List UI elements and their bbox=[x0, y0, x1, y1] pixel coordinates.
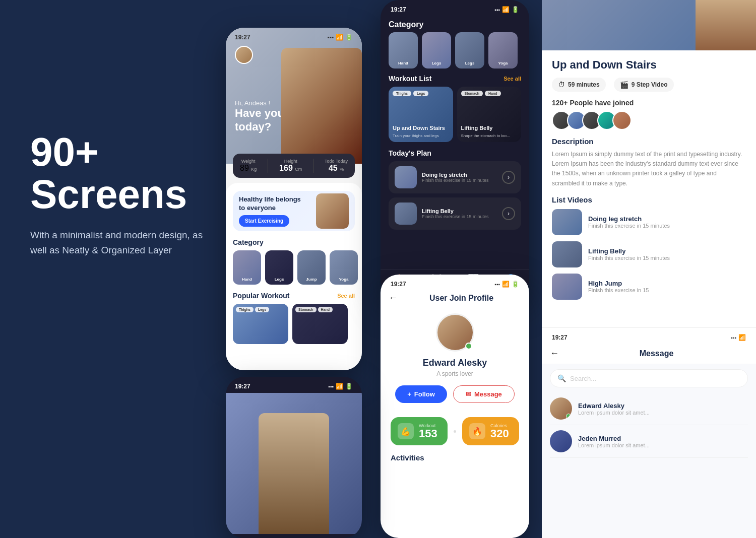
p2-category-title: Category bbox=[381, 16, 529, 32]
msg-back-button[interactable]: ← bbox=[550, 348, 559, 359]
rp-video-sub-2: Finish this exercise in 15 minutes bbox=[588, 255, 746, 261]
msg-signal-icon: ▪▪▪ bbox=[731, 335, 736, 341]
p2-cat-yoga-label: Yoga bbox=[498, 61, 508, 65]
plus-icon: + bbox=[407, 390, 411, 398]
p2-cat-legs[interactable]: Legs bbox=[422, 32, 451, 69]
rp-video-info-1: Doing leg stretch Finish this exercise i… bbox=[588, 215, 746, 229]
rp-desc-text: Lorem Ipsum is simply dummy text of the … bbox=[552, 150, 746, 188]
rp-video-name-2: Lifting Belly bbox=[588, 247, 746, 255]
msg-info-jeden: Jeden Murred Lorem ipsum dolor sit amet.… bbox=[578, 435, 748, 448]
p3-avatar-wrap bbox=[436, 313, 474, 352]
height-stat: Height 169 Cm bbox=[279, 159, 302, 173]
p2-cat-legs2[interactable]: Legs bbox=[455, 32, 484, 69]
p2-wcard-1[interactable]: Thighs Legs Up and Down Stairs Train you… bbox=[389, 87, 453, 142]
p2-cat-yoga[interactable]: Yoga bbox=[488, 32, 518, 69]
category-yoga-label: Yoga bbox=[339, 277, 349, 282]
p2-plan-text-1: Doing leg stretch Finish this exercise i… bbox=[422, 172, 497, 183]
sub-heading: With a minimalist and modern design, as … bbox=[30, 228, 222, 258]
p2-today-plan: Today's Plan Doing leg stretch Finish th… bbox=[381, 149, 529, 230]
workout-card-2[interactable]: Stomach Hand bbox=[292, 304, 348, 344]
banner-text: Healthy life belongs to everyone bbox=[239, 195, 304, 213]
start-exercising-button[interactable]: Start Exercising bbox=[239, 215, 289, 227]
phone1-main-content: Healthy life belongs to everyone Start E… bbox=[226, 183, 362, 370]
p2-cat-hand[interactable]: Hand bbox=[389, 32, 418, 69]
rp-content: Up and Down Stairs ⏱ 59 minutes 🎬 9 Step… bbox=[542, 50, 756, 314]
msg-preview-jeden: Lorem ipsum dolor sit amet... bbox=[578, 442, 748, 448]
category-hand[interactable]: Hand bbox=[233, 250, 261, 285]
search-placeholder: Search... bbox=[570, 375, 596, 382]
msg-title: Message bbox=[565, 349, 748, 358]
p2-plan-item-2[interactable]: Lifting Belly Finish this exercise in 15… bbox=[389, 197, 521, 230]
rp-video-sub-1: Finish this exercise in 15 minutes bbox=[588, 223, 746, 229]
workout-card-1[interactable]: Thighs Legs bbox=[233, 304, 288, 344]
rp-video-item-2[interactable]: Lifting Belly Finish this exercise in 15… bbox=[552, 241, 746, 267]
rp-video-info-2: Lifting Belly Finish this exercise in 15… bbox=[588, 247, 746, 261]
p3-back-button[interactable]: ← bbox=[389, 293, 398, 303]
message-panel: 19:27 ▪▪▪ 📶 ← Message 🔍 Search... Edward… bbox=[542, 327, 756, 538]
rp-videos-title: List Videos bbox=[552, 195, 746, 204]
phone1-hero-person-image bbox=[281, 48, 362, 164]
phone3-profile-screen: 19:27 ▪▪▪ 📶 🔋 ← User Join Profile Edward… bbox=[381, 275, 529, 538]
msg-contact-edward[interactable]: Edward Alesky Lorem ipsum dolor sit amet… bbox=[550, 392, 748, 425]
phone2-workout-screen: 19:27 ▪▪▪ 📶 🔋 Category Hand Legs Legs Yo… bbox=[381, 0, 529, 297]
rp-hero-image bbox=[542, 0, 756, 50]
p3-wifi-icon: 📶 bbox=[502, 281, 510, 288]
p3-calories-stat: 🔥 Calories 320 bbox=[462, 417, 519, 445]
phone1-stats-card: Weight 89 Kg Height 169 Cm Todo Today 45… bbox=[233, 154, 355, 178]
rp-workout-title: Up and Down Stairs bbox=[552, 58, 746, 72]
category-legs[interactable]: Legs bbox=[265, 250, 293, 285]
rp-video-thumb-2 bbox=[552, 241, 582, 267]
p3-workout-stat-value: 153 bbox=[419, 428, 437, 439]
p2-see-all[interactable]: See all bbox=[503, 76, 521, 82]
p3-follow-button[interactable]: + Follow bbox=[395, 385, 447, 403]
p2-plan-item-1[interactable]: Doing leg stretch Finish this exercise i… bbox=[389, 161, 521, 193]
p2-cat-legs2-label: Legs bbox=[465, 61, 475, 65]
rp-meta-duration: ⏱ 59 minutes bbox=[552, 78, 606, 92]
rp-video-thumb-1 bbox=[552, 209, 582, 235]
p2-plan-arrow-1[interactable]: › bbox=[502, 171, 515, 184]
rp-video-item-1[interactable]: Doing leg stretch Finish this exercise i… bbox=[552, 209, 746, 235]
p2-workout-cards: Thighs Legs Up and Down Stairs Train you… bbox=[389, 87, 521, 142]
todo-label: Todo Today bbox=[325, 159, 348, 164]
popular-see-all[interactable]: See all bbox=[337, 293, 355, 299]
phone1-avatar[interactable] bbox=[235, 46, 253, 64]
msg-status-bar: 19:27 ▪▪▪ 📶 bbox=[542, 328, 756, 344]
p3-message-button[interactable]: ✉ Message bbox=[453, 385, 515, 403]
rp-video-info-3: High Jump Finish this exercise in 15 bbox=[588, 280, 746, 293]
p3-activities-title: Activities bbox=[381, 451, 529, 467]
category-jump[interactable]: Jump bbox=[297, 250, 326, 285]
rp-video-name-1: Doing leg stretch bbox=[588, 215, 746, 223]
p2-plan-sub-1: Finish this exercise in 15 minutes bbox=[422, 178, 497, 183]
category-yoga[interactable]: Yoga bbox=[330, 250, 358, 285]
msg-search-bar[interactable]: 🔍 Search... bbox=[550, 369, 748, 387]
msg-contact-jeden[interactable]: Jeden Murred Lorem ipsum dolor sit amet.… bbox=[550, 425, 748, 458]
p2-battery-icon: 🔋 bbox=[512, 6, 519, 13]
msg-name-jeden: Jeden Murred bbox=[578, 435, 748, 442]
p2-wcard-title-1: Up and Down Stairs bbox=[393, 125, 445, 131]
p2-plan-thumb-1 bbox=[395, 166, 417, 188]
rp-desc-title: Description bbox=[552, 137, 746, 146]
wifi-icon: 📶 bbox=[336, 34, 343, 41]
workout-cards: Thighs Legs Stomach Hand bbox=[233, 304, 355, 344]
rp-hero-person bbox=[696, 0, 756, 50]
msg-name-edward: Edward Alesky bbox=[578, 402, 748, 410]
rp-meta-row: ⏱ 59 minutes 🎬 9 Step Video bbox=[552, 78, 746, 92]
p2-wcard-tags-2: Stomach Hand bbox=[461, 91, 501, 96]
p2-wcard-2[interactable]: Stomach Hand Lifting Belly Shape the sto… bbox=[457, 87, 522, 142]
height-value: 169 Cm bbox=[279, 164, 302, 173]
p2-cat-legs-label: Legs bbox=[432, 61, 442, 65]
tag-hand: Hand bbox=[318, 307, 333, 312]
tag-stomach: Stomach bbox=[295, 307, 317, 312]
p2-category-row: Hand Legs Legs Yoga bbox=[381, 32, 529, 69]
p2-status-bar: 19:27 ▪▪▪ 📶 🔋 bbox=[381, 0, 529, 16]
p2-time: 19:27 bbox=[391, 6, 406, 13]
p2-wcard-title-2: Lifting Belly bbox=[461, 125, 493, 131]
p2-workout-header: Workout List See all bbox=[389, 75, 521, 83]
p3-status-icons: ▪▪▪ 📶 🔋 bbox=[494, 281, 519, 288]
rp-video-item-3[interactable]: High Jump Finish this exercise in 15 bbox=[552, 274, 746, 300]
msg-avatar-jeden bbox=[550, 430, 572, 452]
category-title: Category bbox=[233, 238, 355, 246]
p4-battery-icon: 🔋 bbox=[345, 383, 353, 390]
p2-plan-arrow-2[interactable]: › bbox=[502, 207, 515, 220]
msg-status-icons: ▪▪▪ 📶 bbox=[731, 334, 746, 341]
